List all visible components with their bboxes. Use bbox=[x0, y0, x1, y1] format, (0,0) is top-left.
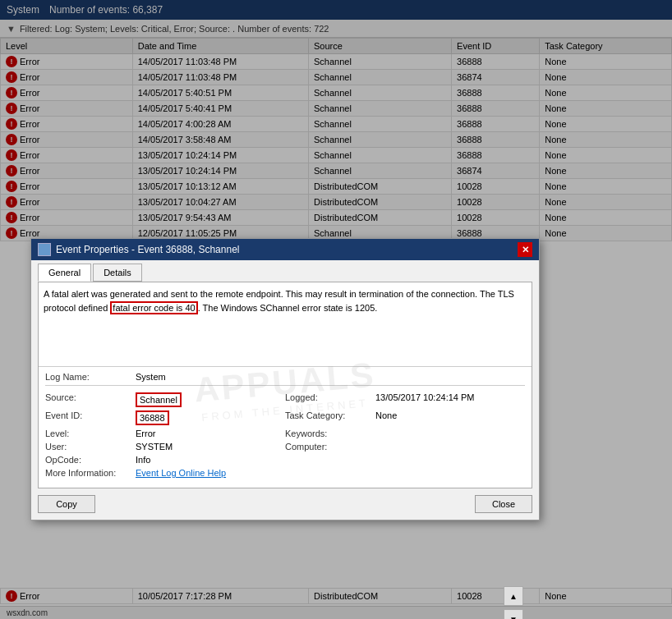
level-row: Level: Error Keywords: bbox=[45, 429, 525, 438]
level-value: Error bbox=[136, 429, 155, 438]
eventid-label: Event ID: bbox=[45, 410, 136, 425]
more-info-row: More Information: Event Log Online Help bbox=[45, 468, 525, 478]
taskcategory-value: None bbox=[375, 410, 397, 420]
scroll-down-button[interactable]: ▼ bbox=[504, 609, 523, 619]
opcode-row: OpCode: Info bbox=[45, 455, 525, 465]
opcode-value: Info bbox=[136, 455, 150, 465]
opcode-label: OpCode: bbox=[45, 455, 136, 465]
logged-label: Logged: bbox=[285, 392, 375, 402]
eventid-row: Event ID: 36888 Task Category: None bbox=[45, 410, 525, 425]
user-value: SYSTEM bbox=[136, 442, 173, 452]
logged-value: 13/05/2017 10:24:14 PM bbox=[375, 392, 474, 402]
source-row: Source: Schannel Logged: 13/05/2017 10:2… bbox=[45, 392, 525, 407]
tab-details[interactable]: Details bbox=[93, 264, 142, 282]
modal-footer: Copy Close bbox=[31, 488, 539, 520]
copy-button[interactable]: Copy bbox=[38, 495, 95, 513]
modal-title-bar: Event Properties - Event 36888, Schannel… bbox=[31, 239, 539, 260]
description-highlight: fatal error code is 40 bbox=[110, 301, 197, 314]
modal-content-area: APPUALS FROM THE INTERNET A fatal alert … bbox=[38, 282, 532, 488]
main-window: System Number of events: 66,387 ▼ Filter… bbox=[0, 0, 672, 619]
close-button[interactable]: Close bbox=[475, 495, 532, 513]
keywords-label: Keywords: bbox=[285, 429, 375, 438]
user-row: User: SYSTEM Computer: bbox=[45, 442, 525, 452]
log-name-value: System bbox=[136, 372, 166, 382]
description-after: . The Windows SChannel error state is 12… bbox=[198, 303, 378, 313]
log-name-row: Log Name: System bbox=[39, 369, 532, 385]
event-log-online-help-link[interactable]: Event Log Online Help bbox=[136, 468, 226, 478]
tab-general[interactable]: General bbox=[38, 264, 91, 282]
more-info-label: More Information: bbox=[45, 468, 136, 478]
modal-dialog: Event Properties - Event 36888, Schannel… bbox=[30, 238, 540, 520]
source-value: Schannel bbox=[136, 392, 182, 407]
details-grid: Source: Schannel Logged: 13/05/2017 10:2… bbox=[39, 386, 532, 488]
tabs-bar: General Details bbox=[31, 260, 539, 282]
computer-label: Computer: bbox=[285, 442, 375, 452]
modal-title-icon bbox=[38, 243, 51, 256]
log-name-label: Log Name: bbox=[45, 372, 136, 382]
scroll-buttons: ▲ ▼ bbox=[504, 586, 523, 619]
taskcategory-label: Task Category: bbox=[285, 410, 375, 420]
level-label: Level: bbox=[45, 429, 136, 438]
scroll-up-button[interactable]: ▲ bbox=[504, 586, 523, 606]
eventid-value: 36888 bbox=[136, 410, 169, 425]
modal-title: Event Properties - Event 36888, Schannel bbox=[56, 244, 239, 255]
source-label: Source: bbox=[45, 392, 136, 407]
modal-close-x-button[interactable]: ✕ bbox=[518, 242, 532, 257]
user-label: User: bbox=[45, 442, 136, 452]
event-description: A fatal alert was generated and sent to … bbox=[39, 282, 532, 365]
